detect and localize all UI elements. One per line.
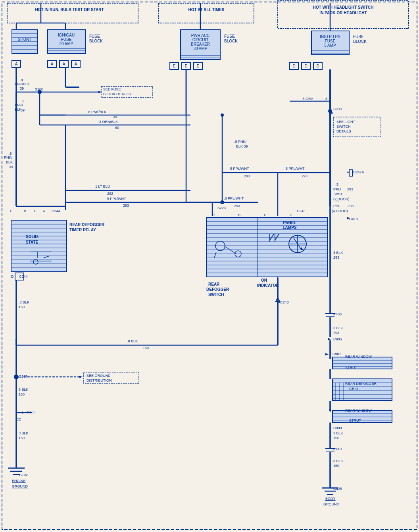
svg-text:293: 293 bbox=[244, 174, 250, 178]
svg-point-284 bbox=[221, 113, 224, 117]
svg-text:5: 5 bbox=[336, 199, 338, 203]
svg-text:.8: .8 bbox=[9, 152, 12, 156]
rear-defogger-switch-label: REAR bbox=[208, 282, 220, 286]
pwr-acc-label: PWR ACC bbox=[191, 33, 210, 38]
svg-marker-241 bbox=[325, 353, 329, 355]
svg-text:.8: .8 bbox=[21, 99, 24, 103]
svg-rect-108 bbox=[349, 170, 352, 176]
svg-marker-265 bbox=[329, 409, 331, 413]
svg-text:GRID: GRID bbox=[349, 387, 358, 391]
svg-text:39: 39 bbox=[21, 108, 25, 112]
wiring-diagram: text { font-family: Arial, Helvetica, sa… bbox=[0, 0, 419, 532]
svg-text:WHT: WHT bbox=[334, 192, 343, 196]
svg-text:S223: S223 bbox=[217, 206, 226, 210]
svg-text:A: A bbox=[63, 62, 65, 66]
svg-marker-240 bbox=[328, 338, 331, 340]
svg-text:C244: C244 bbox=[52, 209, 60, 213]
svg-text:INDICATOR: INDICATOR bbox=[257, 283, 279, 288]
svg-text:5: 5 bbox=[336, 182, 338, 186]
svg-text:SEE FUSE: SEE FUSE bbox=[103, 87, 121, 91]
svg-text:SEE LIGHT: SEE LIGHT bbox=[336, 120, 356, 124]
svg-text:BODY: BODY bbox=[325, 497, 336, 501]
panel-lamps-label: PANEL bbox=[283, 221, 296, 225]
header-1: HOT IN RUN, BULB TEST OR START bbox=[35, 8, 104, 12]
svg-text:LAMPS: LAMPS bbox=[283, 225, 297, 230]
svg-text:3 BLK: 3 BLK bbox=[19, 431, 29, 435]
svg-text:(4 DOOR): (4 DOOR) bbox=[332, 209, 348, 213]
svg-text:39: 39 bbox=[9, 165, 13, 169]
svg-text:.8 PNK/BLK: .8 PNK/BLK bbox=[87, 110, 106, 114]
svg-text:293: 293 bbox=[234, 204, 240, 208]
svg-text:3 ORN/BLK: 3 ORN/BLK bbox=[99, 120, 118, 124]
svg-text:STATE: STATE bbox=[26, 240, 38, 244]
svg-text:.8 GRA: .8 GRA bbox=[302, 97, 313, 101]
svg-text:BLOCK: BLOCK bbox=[89, 39, 103, 43]
svg-text:S200: S200 bbox=[35, 87, 43, 91]
svg-text:D: D bbox=[316, 64, 319, 68]
c908-label: C908 bbox=[333, 426, 342, 430]
svg-text:BLOCK DETAILS: BLOCK DETAILS bbox=[103, 92, 131, 96]
on-indicator-label: ON bbox=[261, 278, 267, 282]
svg-text:5 AMP: 5 AMP bbox=[324, 43, 336, 48]
svg-text:S208: S208 bbox=[333, 107, 342, 111]
svg-text:.8 PPL/WHT: .8 PPL/WHT bbox=[224, 196, 244, 200]
shunt-label: SHUNT bbox=[18, 37, 31, 42]
svg-text:BREAKER: BREAKER bbox=[191, 42, 210, 46]
c247a-label: C247A bbox=[353, 170, 364, 174]
svg-text:ENGINE: ENGINE bbox=[12, 479, 26, 483]
svg-text:C: C bbox=[290, 213, 292, 217]
p410-label: P410 bbox=[333, 447, 342, 451]
svg-text:D: D bbox=[304, 64, 307, 68]
svg-text:BLOCK: BLOCK bbox=[224, 39, 238, 43]
svg-text:60: 60 bbox=[115, 126, 119, 130]
svg-text:PPL/: PPL/ bbox=[333, 187, 341, 191]
svg-text:FUSE: FUSE bbox=[61, 37, 72, 42]
c907-label: C907 bbox=[333, 352, 341, 356]
svg-text:1 LT BLU: 1 LT BLU bbox=[95, 184, 110, 188]
svg-text:C: C bbox=[34, 209, 37, 213]
instr-lps-label: INSTR LPS bbox=[320, 35, 340, 39]
svg-text:.8 BLK: .8 BLK bbox=[19, 300, 29, 304]
svg-text:IN PARK OR HEADLIGHT: IN PARK OR HEADLIGHT bbox=[319, 11, 367, 15]
svg-text:293: 293 bbox=[333, 331, 339, 335]
svg-text:293: 293 bbox=[123, 204, 129, 207]
fuse-block-1-label: FUSE bbox=[89, 34, 100, 38]
svg-text:STRUT: STRUT bbox=[345, 366, 357, 370]
svg-text:SEE GROUND: SEE GROUND bbox=[86, 374, 111, 378]
svg-marker-149 bbox=[79, 376, 83, 378]
svg-text:C243: C243 bbox=[280, 300, 289, 304]
svg-rect-1 bbox=[159, 3, 254, 23]
c905-label: C905 bbox=[333, 337, 342, 341]
svg-text:DISTRIBUTION: DISTRIBUTION bbox=[86, 378, 112, 382]
svg-text:D: D bbox=[292, 64, 295, 68]
svg-text:E: E bbox=[10, 209, 12, 213]
svg-text:292: 292 bbox=[107, 192, 113, 196]
svg-text:150: 150 bbox=[143, 346, 149, 350]
svg-marker-69 bbox=[98, 91, 101, 93]
svg-text:D: D bbox=[264, 213, 267, 217]
svg-text:BLK: BLK bbox=[6, 160, 13, 164]
svg-text:39: 39 bbox=[20, 86, 24, 90]
svg-text:SWITCH: SWITCH bbox=[336, 125, 351, 129]
svg-text:.8 BLK: .8 BLK bbox=[127, 339, 138, 343]
svg-text:A: A bbox=[43, 209, 45, 213]
svg-text:PNK/BLK: PNK/BLK bbox=[15, 82, 30, 86]
svg-text:(2 DOOR): (2 DOOR) bbox=[333, 197, 350, 201]
fuse-block-2-label: FUSE bbox=[224, 34, 235, 38]
svg-rect-0 bbox=[7, 3, 138, 23]
timer-relay-label: REAR DEFOGGER bbox=[69, 223, 105, 227]
svg-text:5 PPL/WHT: 5 PPL/WHT bbox=[230, 167, 249, 171]
svg-text:3 BLK: 3 BLK bbox=[333, 326, 343, 330]
svg-text:293: 293 bbox=[302, 174, 308, 178]
ign-gau-label: IGN/GAU bbox=[58, 33, 75, 37]
svg-text:DEFOGGER: DEFOGGER bbox=[206, 287, 229, 292]
header-3: HOT WITH HEADLIGHT SWITCH bbox=[313, 5, 374, 10]
c418-label: C418 bbox=[349, 217, 358, 221]
c100-label: C100 bbox=[27, 410, 36, 414]
g102-label: G102 bbox=[19, 473, 28, 477]
svg-text:TIMER RELAY: TIMER RELAY bbox=[69, 228, 96, 232]
svg-text:STRUT: STRUT bbox=[349, 419, 361, 423]
svg-text:150: 150 bbox=[19, 392, 25, 396]
svg-rect-173 bbox=[206, 217, 258, 277]
svg-text:293: 293 bbox=[347, 187, 353, 191]
